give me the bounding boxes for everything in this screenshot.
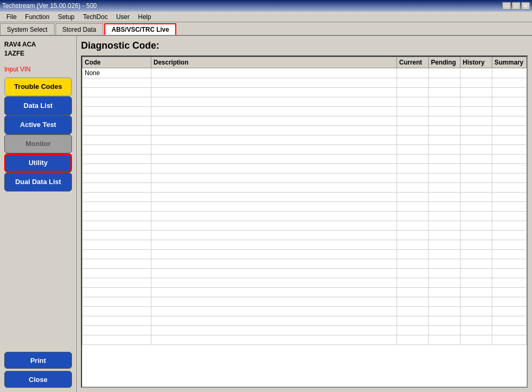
table-cell xyxy=(461,154,492,164)
content-area: Diagnostic Code: Code Description Curren… xyxy=(77,36,532,392)
table-row xyxy=(83,154,527,164)
data-list-button[interactable]: Data List xyxy=(4,96,72,115)
table-cell xyxy=(461,68,492,78)
menu-item-user[interactable]: User xyxy=(112,12,133,22)
minimize-button[interactable]: ─ xyxy=(502,2,511,10)
table-cell xyxy=(151,183,397,193)
table-cell xyxy=(429,269,461,278)
diagnostic-table: Code Description Current Pending History… xyxy=(82,57,527,345)
table-cell xyxy=(492,231,527,240)
table-cell xyxy=(151,68,397,78)
table-row xyxy=(83,116,527,126)
menu-item-file[interactable]: File xyxy=(2,12,21,22)
table-cell xyxy=(461,231,492,240)
table-cell xyxy=(151,78,397,88)
close-button[interactable]: Close xyxy=(4,371,72,388)
table-row xyxy=(83,278,527,288)
menu-item-techdoc[interactable]: TechDoc xyxy=(79,12,112,22)
table-cell xyxy=(492,316,527,326)
menu-item-function[interactable]: Function xyxy=(21,12,53,22)
table-cell xyxy=(83,316,151,326)
table-cell xyxy=(151,212,397,221)
table-cell xyxy=(492,212,527,221)
table-cell xyxy=(429,240,461,250)
table-cell xyxy=(492,68,527,78)
table-cell xyxy=(461,107,492,116)
menu-item-setup[interactable]: Setup xyxy=(53,12,78,22)
dual-data-list-button[interactable]: Dual Data List xyxy=(4,172,72,192)
table-cell xyxy=(397,316,429,326)
table-cell xyxy=(461,221,492,231)
monitor-button[interactable]: Monitor xyxy=(4,134,72,153)
table-cell xyxy=(397,231,429,240)
table-cell xyxy=(461,259,492,269)
col-header-current: Current xyxy=(397,57,429,68)
table-row xyxy=(83,193,527,202)
utility-button[interactable]: Utility xyxy=(4,153,72,172)
table-scroll[interactable]: Code Description Current Pending History… xyxy=(82,57,527,387)
print-button[interactable]: Print xyxy=(4,352,72,369)
table-cell xyxy=(461,174,492,183)
table-cell xyxy=(151,231,397,240)
trouble-codes-button[interactable]: Trouble Codes xyxy=(4,77,72,96)
table-cell xyxy=(461,193,492,202)
table-cell xyxy=(429,174,461,183)
table-cell xyxy=(151,221,397,231)
table-cell xyxy=(151,297,397,307)
table-cell xyxy=(461,212,492,221)
tab-abs-vsc-trc[interactable]: ABS/VSC/TRC Live xyxy=(104,23,177,35)
tab-stored-data[interactable]: Stored Data xyxy=(56,23,103,35)
table-cell xyxy=(492,88,527,97)
table-cell xyxy=(151,126,397,135)
table-cell xyxy=(397,335,429,345)
table-cell xyxy=(397,164,429,174)
table-cell xyxy=(429,278,461,288)
table-cell xyxy=(492,135,527,145)
close-window-button[interactable]: ✕ xyxy=(521,2,530,10)
table-cell xyxy=(397,221,429,231)
table-cell xyxy=(461,78,492,88)
table-cell xyxy=(151,154,397,164)
table-cell xyxy=(83,193,151,202)
sidebar-buttons: Trouble CodesData ListActive TestMonitor… xyxy=(4,77,72,192)
table-cell xyxy=(83,154,151,164)
active-test-button[interactable]: Active Test xyxy=(4,115,72,134)
table-row xyxy=(83,335,527,345)
table-cell xyxy=(461,126,492,135)
table-cell xyxy=(429,88,461,97)
table-cell xyxy=(151,278,397,288)
sidebar-bottom-buttons: PrintClose xyxy=(4,352,72,388)
table-row xyxy=(83,307,527,316)
table-cell xyxy=(83,116,151,126)
table-row: None xyxy=(83,68,527,78)
table-cell xyxy=(83,135,151,145)
table-row xyxy=(83,88,527,97)
table-cell xyxy=(461,240,492,250)
table-cell xyxy=(492,154,527,164)
restore-button[interactable]: □ xyxy=(512,2,520,10)
col-header-history: History xyxy=(461,57,492,68)
table-cell xyxy=(461,183,492,193)
menu-item-help[interactable]: Help xyxy=(134,12,156,22)
table-cell xyxy=(492,116,527,126)
table-row xyxy=(83,183,527,193)
table-cell xyxy=(397,212,429,221)
table-cell xyxy=(429,288,461,297)
table-cell xyxy=(83,231,151,240)
table-cell xyxy=(151,307,397,316)
table-row xyxy=(83,97,527,107)
table-cell xyxy=(83,164,151,174)
table-cell xyxy=(461,145,492,154)
table-cell xyxy=(492,193,527,202)
table-cell xyxy=(83,326,151,335)
table-cell xyxy=(492,259,527,269)
table-cell xyxy=(83,212,151,221)
table-cell xyxy=(151,135,397,145)
table-cell xyxy=(83,288,151,297)
table-cell xyxy=(83,250,151,259)
table-cell xyxy=(492,202,527,212)
table-cell xyxy=(397,97,429,107)
table-cell xyxy=(429,250,461,259)
tab-system-select[interactable]: System Select xyxy=(0,23,55,35)
table-cell xyxy=(429,126,461,135)
